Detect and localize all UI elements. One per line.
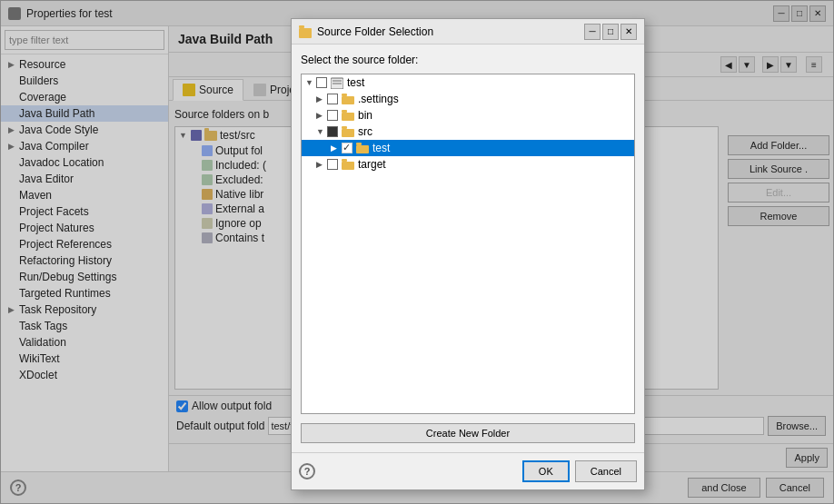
- folder-icon: [342, 159, 354, 170]
- svg-rect-0: [299, 28, 312, 38]
- tree-item-label: test: [372, 142, 390, 154]
- folder-icon: [356, 143, 369, 153]
- create-folder-button[interactable]: Create New Folder: [301, 423, 635, 443]
- modal-dialog: Source Folder Selection ─ □ ✕ Select the…: [291, 18, 645, 490]
- modal-close-button[interactable]: ✕: [621, 24, 637, 40]
- modal-tree-item-src[interactable]: ▼ src: [302, 124, 634, 140]
- tree-item-label: bin: [358, 109, 372, 122]
- folder-icon: [342, 126, 354, 137]
- svg-rect-12: [356, 143, 362, 145]
- modal-overlay: Source Folder Selection ─ □ ✕ Select the…: [0, 0, 834, 504]
- tree-item-label: target: [358, 158, 386, 171]
- modal-cancel-button[interactable]: Cancel: [575, 460, 637, 482]
- svg-rect-10: [342, 126, 347, 129]
- modal-tree-item-settings[interactable]: ▶ .settings: [302, 91, 634, 107]
- svg-rect-9: [342, 129, 354, 137]
- svg-rect-14: [342, 159, 347, 162]
- folder-icon: [342, 94, 354, 104]
- modal-title-icon: [299, 25, 312, 38]
- modal-tree-item-target[interactable]: ▶ target: [302, 156, 634, 173]
- svg-rect-7: [342, 113, 354, 121]
- expand-arrow-icon: ▼: [305, 78, 314, 87]
- modal-help-button[interactable]: ?: [299, 463, 315, 479]
- checkbox-test[interactable]: [316, 77, 327, 88]
- svg-rect-4: [333, 83, 342, 84]
- ok-button[interactable]: OK: [522, 460, 570, 482]
- modal-tree-item-test[interactable]: ▼ test: [302, 74, 634, 91]
- svg-rect-6: [342, 94, 347, 96]
- modal-tree-item-bin[interactable]: ▶ bin: [302, 107, 634, 124]
- svg-rect-11: [356, 145, 369, 153]
- project-icon: [331, 76, 343, 89]
- checkbox-test-nested[interactable]: [342, 143, 352, 153]
- modal-maximize-button[interactable]: □: [602, 24, 619, 40]
- checkbox-src[interactable]: [327, 126, 338, 137]
- tree-item-label: test: [347, 76, 364, 89]
- checkbox-settings[interactable]: [327, 94, 338, 104]
- modal-minimize-button[interactable]: ─: [584, 24, 601, 40]
- svg-rect-8: [342, 110, 347, 113]
- tree-item-label: src: [358, 125, 372, 138]
- modal-body: Select the source folder: ▼ test ▶: [292, 44, 644, 452]
- modal-tree: ▼ test ▶ .s: [301, 74, 635, 414]
- modal-prompt: Select the source folder:: [301, 54, 635, 66]
- expand-arrow-icon: ▶: [316, 160, 325, 169]
- svg-rect-3: [333, 80, 342, 82]
- svg-rect-5: [342, 96, 354, 104]
- expand-arrow-icon: ▶: [331, 143, 340, 153]
- modal-footer: ? OK Cancel: [292, 452, 644, 489]
- checkbox-bin[interactable]: [327, 110, 338, 121]
- modal-tree-item-test-nested[interactable]: ▶ test: [302, 140, 634, 156]
- folder-icon: [342, 110, 354, 121]
- expand-arrow-icon: ▶: [316, 94, 325, 104]
- expand-arrow-icon: ▼: [316, 127, 325, 136]
- tree-item-label: .settings: [358, 93, 399, 105]
- svg-rect-13: [342, 162, 354, 170]
- svg-rect-1: [299, 25, 304, 28]
- expand-arrow-icon: ▶: [316, 111, 325, 120]
- checkbox-target[interactable]: [327, 159, 338, 170]
- modal-title-bar: Source Folder Selection ─ □ ✕: [292, 19, 644, 44]
- modal-title-text: Source Folder Selection: [317, 25, 433, 38]
